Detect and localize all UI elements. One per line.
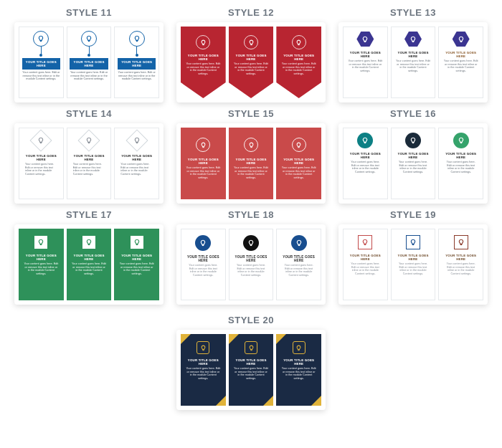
lightbulb-icon <box>196 138 210 152</box>
preview-card: Your Title Goes Here Your content goes h… <box>114 27 159 98</box>
lightbulb-icon <box>405 133 421 148</box>
lightbulb-icon <box>404 32 422 47</box>
card-desc: Your content goes here. Edit or remove t… <box>394 59 433 73</box>
style-label: STYLE 15 <box>228 108 274 119</box>
preview-card: Your Title Goes Here Your content goes h… <box>181 334 226 406</box>
preview-card: Your Title Goes Here Your content goes h… <box>276 334 321 406</box>
style-label: STYLE 14 <box>66 108 112 119</box>
preview-card: Your Title Goes Here Your content goes h… <box>19 128 64 199</box>
style-label: STYLE 19 <box>390 209 436 220</box>
card-title: Your Title Goes Here <box>280 255 318 262</box>
lightbulb-icon <box>244 35 258 49</box>
card-title: Your Title Goes Here <box>346 254 384 261</box>
preview-card: Your Title Goes Here Your content goes h… <box>114 128 159 199</box>
card-desc: Your content goes here. Edit or remove t… <box>394 262 432 276</box>
lightbulb-icon <box>33 31 49 47</box>
preview-card: Your Title Goes Here Your content goes h… <box>181 128 226 199</box>
card-desc: Your content goes here. Edit or remove t… <box>280 264 318 277</box>
style-label: STYLE 12 <box>228 7 274 18</box>
card-desc: Your content goes here. Edit or remove t… <box>118 163 156 176</box>
card-desc: Your content goes here. Edit or remove t… <box>394 161 432 174</box>
style-preview-16[interactable]: Your Title Goes Here Your content goes h… <box>338 123 488 204</box>
card-title: Your Title Goes Here <box>118 154 156 161</box>
preview-card: Your Title Goes Here Your content goes h… <box>181 27 226 98</box>
card-title: Your Title Goes Here <box>22 154 60 161</box>
card-desc: Your content goes here. Edit or remove t… <box>184 166 223 180</box>
style-preview-11[interactable]: Your Title Goes Here Your content goes h… <box>14 22 164 103</box>
lightbulb-icon <box>129 31 145 47</box>
lightbulb-icon <box>356 32 374 47</box>
style-preview-19[interactable]: Your Title Goes Here Your content goes h… <box>338 224 488 305</box>
card-desc: Your content goes here. Edit or remove t… <box>442 161 480 174</box>
card-title: Your Title Goes Here <box>442 254 480 261</box>
style-option-16: STYLE 16 Your Title Goes Here Your conte… <box>338 108 488 204</box>
lightbulb-icon <box>195 235 211 251</box>
card-title: Your Title Goes Here <box>279 54 318 61</box>
card-title: Your Title Goes Here <box>441 51 480 58</box>
style-label: STYLE 16 <box>390 108 436 119</box>
card-desc: Your content goes here. Edit or remove t… <box>184 62 223 76</box>
card-title: Your Title Goes Here <box>346 152 384 159</box>
style-option-18: STYLE 18 Your Title Goes Here Your conte… <box>176 209 326 305</box>
lightbulb-icon <box>196 341 209 354</box>
preview-card: Your Title Goes Here Your content goes h… <box>438 229 483 300</box>
preview-card: Your Title Goes Here Your content goes h… <box>229 27 274 98</box>
card-title: Your Title Goes Here <box>118 58 156 70</box>
lightbulb-icon <box>131 236 143 249</box>
style-preview-15[interactable]: Your Title Goes Here Your content goes h… <box>176 123 326 204</box>
preview-card: Your Title Goes Here Your content goes h… <box>67 229 112 300</box>
card-title: Your Title Goes Here <box>279 158 318 165</box>
card-desc: Your content goes here. Edit or remove t… <box>184 264 222 277</box>
style-label: STYLE 18 <box>228 209 274 220</box>
lightbulb-icon <box>453 133 469 148</box>
preview-card: Your Title Goes Here Your content goes h… <box>67 27 112 98</box>
card-desc: Your content goes here. Edit or remove t… <box>67 71 111 81</box>
style-option-11: STYLE 11 Your Title Goes Here Your conte… <box>14 7 164 103</box>
preview-card: Your Title Goes Here Your content goes h… <box>391 128 436 199</box>
style-preview-20[interactable]: Your Title Goes Here Your content goes h… <box>176 330 326 410</box>
style-option-15: STYLE 15 Your Title Goes Here Your conte… <box>176 108 326 204</box>
preview-card: Your Title Goes Here Your content goes h… <box>276 128 321 199</box>
card-title: Your Title Goes Here <box>22 254 61 261</box>
lightbulb-icon <box>77 129 100 151</box>
preview-card: Your Title Goes Here Your content goes h… <box>19 27 64 98</box>
style-label: STYLE 20 <box>228 315 274 325</box>
preview-card: Your Title Goes Here Your content goes h… <box>114 229 159 300</box>
lightbulb-icon <box>291 235 307 251</box>
preview-card: Your Title Goes Here Your content goes h… <box>438 27 483 98</box>
style-preview-14[interactable]: Your Title Goes Here Your content goes h… <box>14 123 164 204</box>
lightbulb-icon <box>126 129 148 151</box>
lightbulb-icon <box>357 133 373 148</box>
lightbulb-icon <box>406 235 420 249</box>
preview-card: Your Title Goes Here Your content goes h… <box>343 27 388 98</box>
card-title: Your Title Goes Here <box>232 358 271 366</box>
style-preview-18[interactable]: Your Title Goes Here Your content goes h… <box>176 224 326 305</box>
lightbulb-icon <box>30 129 52 151</box>
style-preview-13[interactable]: Your Title Goes Here Your content goes h… <box>338 22 488 103</box>
preview-card: Your Title Goes Here Your content goes h… <box>343 229 388 300</box>
card-desc: Your content goes here. Edit or remove t… <box>346 161 384 174</box>
lightbulb-icon <box>453 32 470 47</box>
card-desc: Your content goes here. Edit or remove t… <box>117 262 156 276</box>
style-preview-12[interactable]: Your Title Goes Here Your content goes h… <box>176 22 326 103</box>
card-title: Your Title Goes Here <box>117 254 156 261</box>
lightbulb-icon <box>292 35 306 49</box>
preview-card: Your Title Goes Here Your content goes h… <box>438 128 483 199</box>
card-title: Your Title Goes Here <box>394 51 433 58</box>
style-option-13: STYLE 13 Your Title Goes Here Your conte… <box>338 7 488 103</box>
style-label: STYLE 13 <box>390 7 436 18</box>
preview-card: Your Title Goes Here Your content goes h… <box>276 229 321 300</box>
card-desc: Your content goes here. Edit or remove t… <box>184 367 223 381</box>
card-desc: Your content goes here. Edit or remove t… <box>19 71 63 81</box>
style-preview-17[interactable]: Your Title Goes Here Your content goes h… <box>14 224 164 305</box>
card-desc: Your content goes here. Edit or remove t… <box>70 163 108 176</box>
card-desc: Your content goes here. Edit or remove t… <box>279 62 318 76</box>
card-desc: Your content goes here. Edit or remove t… <box>232 367 271 381</box>
lightbulb-icon <box>34 236 47 249</box>
lightbulb-icon <box>454 235 468 249</box>
card-title: Your Title Goes Here <box>184 158 223 165</box>
card-title: Your Title Goes Here <box>184 255 222 262</box>
lightbulb-icon <box>358 235 372 249</box>
card-title: Your Title Goes Here <box>442 152 480 159</box>
card-title: Your Title Goes Here <box>394 254 432 261</box>
